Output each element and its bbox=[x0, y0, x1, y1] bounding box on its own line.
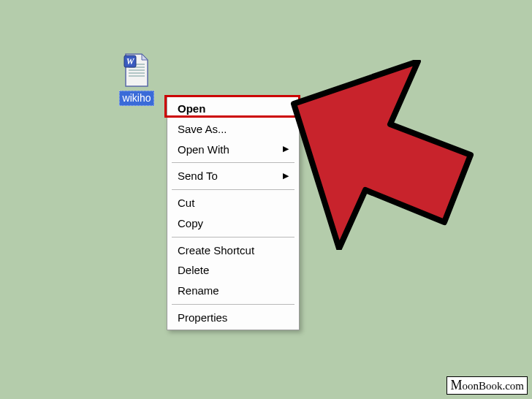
menu-separator bbox=[172, 162, 294, 163]
watermark-lead: M bbox=[450, 378, 462, 392]
menu-item-label: Cut bbox=[178, 195, 194, 211]
menu-item-open-with[interactable]: Open With▶ bbox=[167, 140, 299, 160]
svg-text:W: W bbox=[126, 56, 135, 66]
menu-item-label: Create Shortcut bbox=[178, 243, 254, 259]
menu-item-create-shortcut[interactable]: Create Shortcut bbox=[167, 240, 299, 261]
submenu-arrow-icon: ▶ bbox=[283, 170, 289, 182]
menu-separator bbox=[172, 237, 294, 238]
menu-item-label: Send To bbox=[178, 168, 218, 184]
cursor-arrow-icon bbox=[286, 60, 476, 250]
desktop-file[interactable]: W wikiho bbox=[111, 53, 162, 106]
menu-item-label: Open With bbox=[178, 142, 229, 158]
menu-item-label: Save As... bbox=[178, 121, 227, 137]
menu-item-label: Rename bbox=[178, 283, 219, 299]
menu-item-label: Properties bbox=[178, 310, 227, 326]
watermark: MoonBook.com bbox=[446, 376, 528, 395]
menu-item-rename[interactable]: Rename bbox=[167, 281, 299, 301]
menu-item-copy[interactable]: Copy bbox=[167, 213, 299, 234]
word-doc-icon: W bbox=[123, 53, 151, 88]
menu-item-open[interactable]: Open bbox=[167, 99, 299, 119]
submenu-arrow-icon: ▶ bbox=[283, 143, 289, 155]
svg-marker-1 bbox=[142, 54, 148, 60]
menu-item-label: Delete bbox=[178, 262, 209, 278]
menu-item-properties[interactable]: Properties bbox=[167, 308, 299, 328]
watermark-rest: oonBook.com bbox=[462, 380, 524, 392]
menu-item-cut[interactable]: Cut bbox=[167, 193, 299, 213]
menu-item-delete[interactable]: Delete bbox=[167, 260, 299, 281]
menu-separator bbox=[172, 189, 294, 190]
menu-item-save-as[interactable]: Save As... bbox=[167, 119, 299, 140]
context-menu: OpenSave As...Open With▶Send To▶CutCopyC… bbox=[167, 96, 300, 330]
menu-separator bbox=[172, 304, 294, 305]
menu-item-label: Copy bbox=[178, 216, 203, 232]
file-label: wikiho bbox=[119, 91, 155, 106]
menu-item-send-to[interactable]: Send To▶ bbox=[167, 166, 299, 186]
menu-item-label: Open bbox=[178, 101, 205, 117]
